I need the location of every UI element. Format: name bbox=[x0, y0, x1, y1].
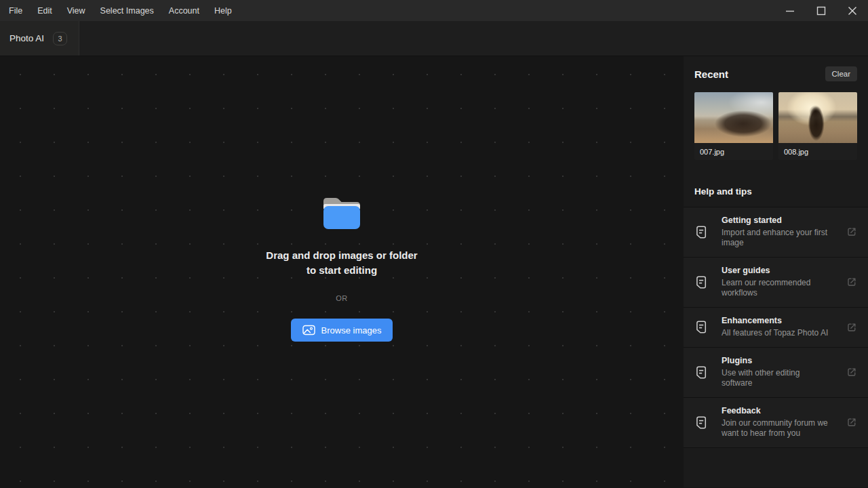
recent-header: Recent Clear bbox=[684, 56, 868, 91]
external-link-icon bbox=[846, 226, 857, 237]
minimize-button[interactable] bbox=[774, 0, 806, 21]
thumbnail-image bbox=[694, 92, 773, 143]
help-item-description: Learn our recommended workflows bbox=[722, 278, 830, 298]
document-icon bbox=[694, 416, 708, 429]
maximize-button[interactable] bbox=[806, 0, 837, 21]
help-item-description: Use with other editing software bbox=[722, 368, 830, 388]
help-item-feedback[interactable]: Feedback Join our community forum we wan… bbox=[684, 398, 868, 448]
recent-thumbnail-008-jpg[interactable]: 008.jpg bbox=[778, 92, 857, 160]
image-icon bbox=[302, 325, 315, 336]
help-item-title: Enhancements bbox=[722, 316, 841, 325]
close-button[interactable] bbox=[837, 0, 868, 21]
minimize-icon bbox=[785, 6, 795, 16]
help-item-description: Join our community forum we want to hear… bbox=[722, 418, 830, 439]
tab-label: Photo AI bbox=[9, 33, 44, 43]
menu-item-help[interactable]: Help bbox=[207, 0, 239, 21]
browse-images-button[interactable]: Browse images bbox=[291, 319, 393, 342]
help-item-plugins[interactable]: Plugins Use with other editing software bbox=[684, 348, 868, 398]
help-item-title: Getting started bbox=[722, 216, 841, 225]
recent-thumbnail-007-jpg[interactable]: 007.jpg bbox=[694, 92, 773, 160]
menu-item-select-images[interactable]: Select Images bbox=[93, 0, 161, 21]
sidebar: Recent Clear 007.jpg 008.jpg Help and ti… bbox=[684, 56, 868, 487]
help-item-user-guides[interactable]: User guides Learn our recommended workfl… bbox=[684, 258, 868, 308]
help-item-description: All features of Topaz Photo AI bbox=[722, 328, 830, 338]
menu-bar: FileEditViewSelect ImagesAccountHelp bbox=[0, 0, 239, 21]
menu-item-view[interactable]: View bbox=[60, 0, 93, 21]
browse-images-label: Browse images bbox=[321, 325, 382, 336]
tab-photo-ai[interactable]: Photo AI 3 bbox=[0, 21, 79, 56]
recent-title: Recent bbox=[694, 68, 728, 80]
window-controls bbox=[774, 0, 868, 21]
close-icon bbox=[848, 6, 857, 16]
tab-bar: Photo AI 3 bbox=[0, 21, 868, 56]
document-icon bbox=[694, 276, 708, 289]
document-icon bbox=[694, 366, 708, 379]
clear-recent-button[interactable]: Clear bbox=[825, 66, 857, 81]
external-link-icon bbox=[846, 417, 857, 428]
help-item-title: User guides bbox=[722, 266, 841, 275]
thumbnail-image bbox=[778, 92, 857, 143]
document-icon bbox=[694, 226, 708, 239]
help-and-tips-title: Help and tips bbox=[684, 186, 868, 197]
image-drop-zone[interactable]: Drag and drop images or folder to start … bbox=[0, 56, 684, 487]
help-item-getting-started[interactable]: Getting started Import and enhance your … bbox=[684, 207, 868, 258]
help-item-description: Import and enhance your first image bbox=[722, 228, 830, 248]
help-item-title: Plugins bbox=[722, 356, 841, 365]
thumbnail-filename: 008.jpg bbox=[778, 143, 857, 160]
thumbnail-filename: 007.jpg bbox=[694, 143, 773, 160]
external-link-icon bbox=[846, 322, 857, 333]
help-list: Getting started Import and enhance your … bbox=[684, 207, 868, 448]
dropzone-title: Drag and drop images or folder to start … bbox=[263, 248, 420, 278]
tab-count-badge: 3 bbox=[53, 32, 67, 45]
external-link-icon bbox=[846, 367, 857, 378]
menu-item-account[interactable]: Account bbox=[161, 0, 207, 21]
menu-item-edit[interactable]: Edit bbox=[30, 0, 60, 21]
folder-icon bbox=[320, 192, 363, 230]
recent-thumbnails: 007.jpg 008.jpg bbox=[684, 91, 868, 160]
document-icon bbox=[694, 321, 708, 333]
titlebar: FileEditViewSelect ImagesAccountHelp bbox=[0, 0, 868, 21]
maximize-icon bbox=[816, 6, 826, 16]
or-separator-label: OR bbox=[336, 294, 347, 302]
help-item-title: Feedback bbox=[722, 406, 841, 415]
external-link-icon bbox=[846, 277, 857, 287]
menu-item-file[interactable]: File bbox=[1, 0, 30, 21]
help-item-enhancements[interactable]: Enhancements All features of Topaz Photo… bbox=[684, 308, 868, 348]
